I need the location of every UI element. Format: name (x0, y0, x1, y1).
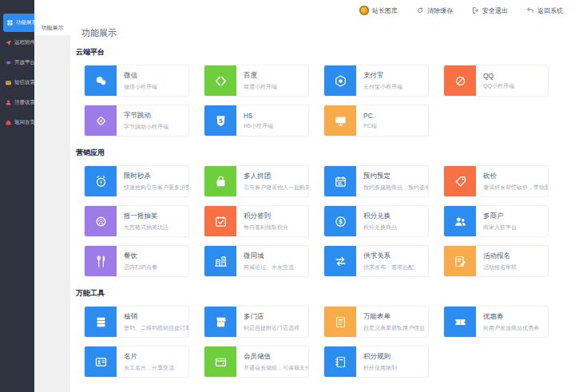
card-text: 百度百度小程序端 (236, 65, 277, 96)
card-subtitle: 密码、二维码核销自提订单 (124, 324, 188, 332)
nav-sms-settings[interactable]: 短信设置 (0, 73, 34, 92)
card-text: 餐饮店内扫码点餐 (117, 246, 157, 276)
feature-card[interactable]: 万能表单自定义表单获取用户信息 (323, 306, 429, 338)
card-subtitle: 向用户发放商品优惠券 (483, 324, 539, 332)
card-subtitle: 商家入驻平台 (483, 224, 517, 232)
feature-card[interactable]: 微信微信小程序端 (84, 65, 189, 97)
gallery-button[interactable]: 站长图库 (359, 6, 398, 15)
card-text: 万能表单自定义表单获取用户信息 (356, 307, 425, 337)
card-title: 多人拼团 (244, 172, 308, 181)
card-subtitle: H5小程序端 (244, 122, 273, 130)
feature-card[interactable]: H5H5小程序端 (204, 105, 309, 137)
sidebar-item-label: 返回首页 (14, 119, 35, 126)
nav-remote-attachment[interactable]: 远程附件 (0, 34, 34, 52)
card-subtitle: 同城论坛、水友交流 (244, 263, 294, 271)
card-grid: 微信微信小程序端百度百度小程序端支付宝支付宝小程序端QQQQ小程序端字节跳动字节… (84, 65, 575, 137)
user-icon (5, 99, 12, 106)
card-title: 名片 (124, 352, 174, 362)
card-text: 摇一摇抽奖九宫格式抽奖玩法 (117, 206, 169, 236)
coin-icon (334, 215, 347, 228)
card-title: PC (363, 112, 377, 120)
feature-card[interactable]: 支付宝支付宝小程序端 (323, 65, 429, 97)
card-icon (204, 65, 236, 96)
calendar-check-icon (214, 215, 228, 228)
feature-card[interactable]: 预约预定预约多规格商品，预约选座 (323, 165, 429, 197)
card-title: 餐饮 (124, 251, 157, 261)
card-text: 供求关系供求发布、需求匹配 (356, 246, 414, 276)
sidebar-item-label: 开放平台 (14, 59, 35, 66)
card-icon (324, 166, 356, 196)
card-subtitle: 员工名片，分享交流 (124, 364, 174, 372)
card-title: 预约预定 (363, 172, 428, 181)
card-title: 供求关系 (363, 251, 414, 261)
card-subtitle: 快速抢购引导客户更多消费 (124, 184, 188, 192)
feature-card[interactable]: 积分兑换积分兑换商品 (323, 205, 429, 237)
clear-cache-button[interactable]: 清除缓存 (416, 6, 453, 15)
feature-card[interactable]: 积分签到每日签到领取积分 (204, 205, 309, 237)
nav-feature-display[interactable]: 功能展示 (3, 14, 34, 32)
feature-card[interactable]: 名片员工名片，分享交流 (84, 346, 189, 378)
card-icon (204, 105, 236, 136)
card-text: 支付宝支付宝小程序端 (356, 65, 402, 96)
card-subtitle: 预约多规格商品，预约选座 (363, 184, 428, 192)
feature-card[interactable]: 会员储值开通会员储值，可余额支付 (204, 346, 309, 378)
card-text: 积分规则积分使用限制 (356, 346, 397, 377)
price-tag-icon (454, 175, 467, 188)
feature-card[interactable]: 活动报名活动报名审核 (443, 245, 549, 277)
sidebar-item-label: 注册设置 (14, 99, 35, 106)
card-title: 积分签到 (244, 212, 288, 221)
feature-card[interactable]: 积分规则积分使用限制 (323, 346, 429, 378)
feature-card[interactable]: QQQQ小程序端 (443, 65, 549, 97)
storefront-icon (214, 315, 228, 329)
sidebar-item-label: 短信设置 (14, 79, 35, 86)
card-title: 多商户 (483, 212, 517, 221)
swap-arrows-icon (334, 255, 347, 268)
card-text: 预约预定预约多规格商品，预约选座 (356, 166, 428, 196)
primary-sidebar: 功能展示远程附件开放平台短信设置注册设置返回首页 (0, 0, 34, 392)
card-text: 多商户商家入驻平台 (476, 206, 517, 236)
feature-card[interactable]: 供求关系供求发布、需求匹配 (323, 245, 429, 277)
card-text: 积分兑换积分兑换商品 (356, 206, 397, 236)
card-title: 万能表单 (363, 312, 425, 322)
card-title: 微信 (124, 71, 157, 81)
card-title: 摇一摇抽奖 (124, 212, 169, 221)
card-grid: 核销密码、二维码核销自提订单多门店到店自提附近门店选择万能表单自定义表单获取用户… (84, 306, 575, 378)
feature-card[interactable]: 多商户商家入驻平台 (443, 205, 549, 237)
card-text: 优惠券向用户发放商品优惠券 (476, 307, 539, 337)
buildings-icon (214, 255, 228, 268)
cutlery-icon (94, 255, 108, 268)
nav-register-settings[interactable]: 注册设置 (0, 93, 34, 112)
nav-back-home[interactable]: 返回首页 (0, 113, 34, 132)
card-icon (204, 307, 236, 337)
return-system-button[interactable]: 返回系统 (526, 6, 563, 15)
header-action-label: 安全退出 (482, 6, 508, 15)
card-text: 核销密码、二维码核销自提订单 (117, 307, 188, 337)
feature-card[interactable]: 限时秒杀快速抢购引导客户更多消费 (84, 165, 189, 197)
feature-card[interactable]: 优惠券向用户发放商品优惠券 (443, 306, 549, 338)
feature-card[interactable]: 字节跳动字节跳动小程序端 (84, 105, 189, 137)
feature-card[interactable]: 核销密码、二维码核销自提订单 (84, 306, 189, 338)
feature-card[interactable]: 多人拼团引导客户邀请他人一起购买 (204, 165, 309, 197)
card-subtitle: 每日签到领取积分 (244, 224, 288, 232)
refresh-icon (416, 6, 424, 14)
feature-card[interactable]: 摇一摇抽奖九宫格式抽奖玩法 (84, 205, 189, 237)
feature-card[interactable]: 餐饮店内扫码点餐 (84, 245, 189, 277)
safe-logout-button[interactable]: 安全退出 (471, 6, 508, 15)
bytedance-icon (94, 114, 108, 128)
users-icon (454, 215, 467, 228)
tab-feature-display[interactable]: 功能展示 (34, 21, 70, 35)
feature-card[interactable]: 百度百度小程序端 (204, 65, 309, 97)
card-subtitle: 支付宝小程序端 (363, 83, 402, 91)
feature-card[interactable]: PCPC端 (323, 105, 429, 137)
stack-icon (94, 315, 108, 329)
card-icon (444, 65, 476, 96)
card-icon (85, 307, 117, 337)
feature-card[interactable]: 多门店到店自提附近门店选择 (204, 306, 309, 338)
nav-open-platform[interactable]: 开放平台 (0, 53, 34, 72)
card-icon (85, 65, 117, 96)
section-title: 营销应用 (76, 148, 575, 158)
card-text: 限时秒杀快速抢购引导客户更多消费 (117, 166, 188, 196)
feature-card[interactable]: 微同城同城论坛、水友交流 (204, 245, 309, 277)
feature-card[interactable]: 砍价邀请好友帮忙砍价，带动新客 (443, 165, 549, 197)
card-icon (324, 307, 356, 337)
